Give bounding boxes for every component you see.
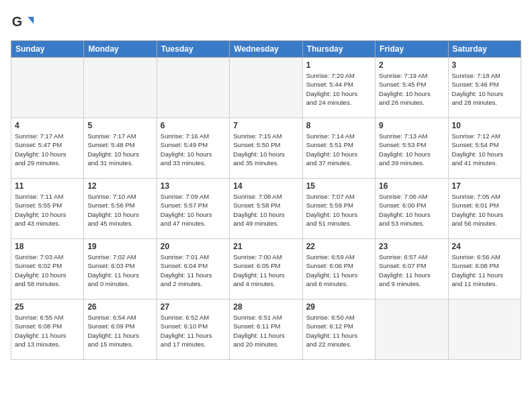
day-number: 1 [306,60,371,70]
day-number: 16 [379,181,444,191]
day-info: Sunrise: 6:51 AMSunset: 6:11 PMDaylight:… [233,313,298,349]
calendar-cell: 22Sunrise: 6:59 AMSunset: 6:06 PMDayligh… [302,239,375,300]
day-info: Sunrise: 6:59 AMSunset: 6:06 PMDaylight:… [306,253,371,288]
calendar-cell [11,58,84,118]
day-info: Sunrise: 7:17 AMSunset: 5:47 PMDaylight:… [15,132,80,167]
calendar-cell: 10Sunrise: 7:12 AMSunset: 5:54 PMDayligh… [448,118,521,179]
calendar-cell: 23Sunrise: 6:57 AMSunset: 6:07 PMDayligh… [375,239,448,300]
day-info: Sunrise: 7:05 AMSunset: 6:01 PMDaylight:… [452,192,517,228]
calendar-cell: 11Sunrise: 7:11 AMSunset: 5:55 PMDayligh… [11,179,84,239]
calendar-cell: 27Sunrise: 6:52 AMSunset: 6:10 PMDayligh… [157,300,229,360]
day-number: 9 [379,121,444,130]
day-info: Sunrise: 7:17 AMSunset: 5:48 PMDaylight:… [87,132,152,167]
calendar-cell [230,58,302,118]
calendar-cell: 16Sunrise: 7:06 AMSunset: 6:00 PMDayligh… [375,179,448,239]
calendar-cell: 15Sunrise: 7:07 AMSunset: 5:59 PMDayligh… [302,179,375,239]
day-number: 23 [379,242,444,251]
day-number: 29 [306,302,371,312]
calendar-cell: 2Sunrise: 7:19 AMSunset: 5:45 PMDaylight… [375,58,448,118]
day-number: 3 [452,60,517,70]
calendar-cell [448,300,521,360]
day-number: 25 [15,302,80,312]
svg-marker-1 [28,17,34,24]
day-number: 28 [233,302,298,312]
day-number: 22 [306,242,371,251]
calendar-cell: 6Sunrise: 7:16 AMSunset: 5:49 PMDaylight… [157,118,229,179]
calendar-week-row-1: 1Sunrise: 7:20 AMSunset: 5:44 PMDaylight… [11,58,521,118]
calendar-cell: 24Sunrise: 6:56 AMSunset: 6:08 PMDayligh… [448,239,521,300]
calendar-cell: 19Sunrise: 7:02 AMSunset: 6:03 PMDayligh… [84,239,157,300]
calendar-cell: 1Sunrise: 7:20 AMSunset: 5:44 PMDaylight… [302,58,375,118]
day-info: Sunrise: 7:08 AMSunset: 5:58 PMDaylight:… [233,192,298,228]
day-number: 5 [87,121,152,130]
calendar-cell: 29Sunrise: 6:50 AMSunset: 6:12 PMDayligh… [302,300,375,360]
day-number: 12 [87,181,152,191]
day-info: Sunrise: 7:20 AMSunset: 5:44 PMDaylight:… [306,71,371,107]
day-number: 21 [233,242,298,251]
day-info: Sunrise: 7:00 AMSunset: 6:05 PMDaylight:… [233,253,298,288]
day-number: 17 [452,181,517,191]
day-info: Sunrise: 6:55 AMSunset: 6:08 PMDaylight:… [15,313,80,349]
calendar-cell: 7Sunrise: 7:15 AMSunset: 5:50 PMDaylight… [230,118,302,179]
calendar-cell: 18Sunrise: 7:03 AMSunset: 6:02 PMDayligh… [11,239,84,300]
calendar-header-thursday: Thursday [302,41,375,58]
calendar-cell [157,58,229,118]
calendar-cell: 3Sunrise: 7:18 AMSunset: 5:46 PMDaylight… [448,58,521,118]
day-number: 6 [161,121,226,130]
day-info: Sunrise: 6:57 AMSunset: 6:07 PMDaylight:… [379,253,444,288]
calendar-cell: 20Sunrise: 7:01 AMSunset: 6:04 PMDayligh… [157,239,229,300]
day-number: 15 [306,181,371,191]
day-number: 20 [161,242,226,251]
day-number: 8 [306,121,371,130]
calendar-cell: 13Sunrise: 7:09 AMSunset: 5:57 PMDayligh… [157,179,229,239]
calendar-header-monday: Monday [84,41,157,58]
calendar-cell: 12Sunrise: 7:10 AMSunset: 5:56 PMDayligh… [84,179,157,239]
day-info: Sunrise: 7:01 AMSunset: 6:04 PMDaylight:… [161,253,226,288]
day-info: Sunrise: 6:50 AMSunset: 6:12 PMDaylight:… [306,313,371,349]
day-number: 19 [87,242,152,251]
calendar-cell: 26Sunrise: 6:54 AMSunset: 6:09 PMDayligh… [84,300,157,360]
day-info: Sunrise: 7:02 AMSunset: 6:03 PMDaylight:… [87,253,152,288]
day-number: 11 [15,181,80,191]
day-info: Sunrise: 7:10 AMSunset: 5:56 PMDaylight:… [87,192,152,228]
calendar-cell [84,58,157,118]
day-info: Sunrise: 7:18 AMSunset: 5:46 PMDaylight:… [452,71,517,107]
day-number: 27 [161,302,226,312]
page-header: G [11,11,521,35]
logo-icon: G [11,11,35,35]
day-info: Sunrise: 7:07 AMSunset: 5:59 PMDaylight:… [306,192,371,228]
day-info: Sunrise: 6:56 AMSunset: 6:08 PMDaylight:… [452,253,517,288]
day-info: Sunrise: 7:14 AMSunset: 5:51 PMDaylight:… [306,132,371,167]
calendar-week-row-3: 11Sunrise: 7:11 AMSunset: 5:55 PMDayligh… [11,179,521,239]
logo: G [11,11,38,35]
svg-text:G: G [12,14,22,29]
calendar-cell: 28Sunrise: 6:51 AMSunset: 6:11 PMDayligh… [230,300,302,360]
calendar-cell: 17Sunrise: 7:05 AMSunset: 6:01 PMDayligh… [448,179,521,239]
calendar-cell: 14Sunrise: 7:08 AMSunset: 5:58 PMDayligh… [230,179,302,239]
day-info: Sunrise: 7:19 AMSunset: 5:45 PMDaylight:… [379,71,444,107]
day-info: Sunrise: 7:03 AMSunset: 6:02 PMDaylight:… [15,253,80,288]
calendar-week-row-2: 4Sunrise: 7:17 AMSunset: 5:47 PMDaylight… [11,118,521,179]
day-info: Sunrise: 6:52 AMSunset: 6:10 PMDaylight:… [161,313,226,349]
day-number: 24 [452,242,517,251]
calendar-cell [375,300,448,360]
calendar-week-row-5: 25Sunrise: 6:55 AMSunset: 6:08 PMDayligh… [11,300,521,360]
calendar-header-tuesday: Tuesday [157,41,229,58]
day-info: Sunrise: 7:16 AMSunset: 5:49 PMDaylight:… [161,132,226,167]
day-number: 14 [233,181,298,191]
day-number: 13 [161,181,226,191]
day-number: 10 [452,121,517,130]
day-info: Sunrise: 6:54 AMSunset: 6:09 PMDaylight:… [87,313,152,349]
calendar-header-wednesday: Wednesday [230,41,302,58]
day-info: Sunrise: 7:12 AMSunset: 5:54 PMDaylight:… [452,132,517,167]
day-info: Sunrise: 7:06 AMSunset: 6:00 PMDaylight:… [379,192,444,228]
day-number: 7 [233,121,298,130]
calendar-cell: 5Sunrise: 7:17 AMSunset: 5:48 PMDaylight… [84,118,157,179]
day-info: Sunrise: 7:15 AMSunset: 5:50 PMDaylight:… [233,132,298,167]
calendar-cell: 21Sunrise: 7:00 AMSunset: 6:05 PMDayligh… [230,239,302,300]
day-number: 2 [379,60,444,70]
calendar-cell: 8Sunrise: 7:14 AMSunset: 5:51 PMDaylight… [302,118,375,179]
calendar-header-friday: Friday [375,41,448,58]
calendar-header-saturday: Saturday [448,41,521,58]
day-number: 18 [15,242,80,251]
